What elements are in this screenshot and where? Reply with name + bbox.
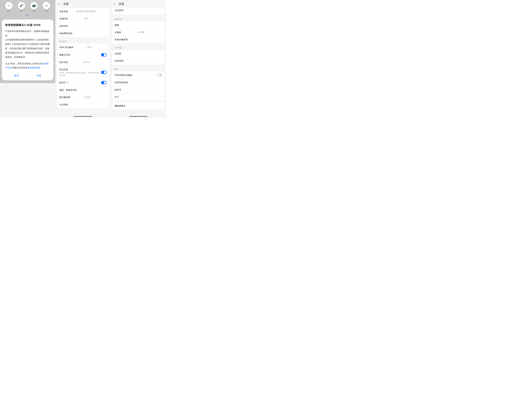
row-space[interactable]: 所属空间 客厅 › xyxy=(57,15,109,22)
chevron-right-icon: › xyxy=(106,96,107,99)
chevron-right-icon: › xyxy=(106,61,107,63)
video-icon: 📹 xyxy=(30,2,38,9)
chevron-right-icon: › xyxy=(106,10,107,13)
tool-record[interactable]: 📹 录像 xyxy=(29,2,39,12)
indicator-toggle[interactable] xyxy=(101,81,107,84)
security-group: AI设置 › 共享管理 › xyxy=(112,50,165,64)
modal-actions: 取消 同意 xyxy=(5,72,50,78)
microphone-icon: 🎤 xyxy=(18,2,25,9)
tool-intercom[interactable]: 🎤 对讲 xyxy=(16,2,27,12)
chevron-right-icon: › xyxy=(106,25,107,27)
scissors-icon: ✂ xyxy=(5,2,13,9)
row-about[interactable]: 关于 › xyxy=(112,93,165,101)
quick-toolbar: ✂ 截屏 🎤 对讲 📹 录像 ⊕ 遥控 xyxy=(0,2,55,12)
device-options-group: HDR 逆光臻彩 关闭 › 摄像头开机 定时关机 未开启 › 自动升级 开启后，… xyxy=(57,44,109,108)
row-voice-control[interactable]: 语音控制说明 › xyxy=(112,79,165,86)
pager-indicator xyxy=(26,15,29,16)
screen-settings-1: ← 设置 设备名称 华为智选 海雀智能摄... › 所属空间 客厅 › 设备信息… xyxy=(55,0,111,118)
delete-group: 删除摄像头 › xyxy=(112,102,165,109)
row-network-info[interactable]: 设备网络信息 › xyxy=(57,30,109,37)
modal-body: 产品由华为和海雀联合设计，此服务由海雀提供。 1.您须授权我们收集和使用您个人信… xyxy=(5,29,50,59)
agree-button[interactable]: 同意 xyxy=(28,72,51,78)
chevron-right-icon: › xyxy=(161,52,162,55)
chevron-right-icon: › xyxy=(106,32,107,35)
row-gimbal-calibration[interactable]: 云台校准 › xyxy=(57,101,109,108)
cancel-button[interactable]: 取消 xyxy=(5,72,28,78)
screen-settings-2: ← 设置 云台校准 › 录制设置 相册 › 云服务 未开通 › 本地录像管理 › xyxy=(111,0,166,118)
chevron-right-icon: › xyxy=(106,103,107,106)
chevron-right-icon: › xyxy=(106,18,107,20)
home-indicator xyxy=(74,116,92,117)
row-picture-night-sound[interactable]: 画面、夜视及声音 › xyxy=(57,86,109,94)
row-device-name[interactable]: 设备名称 华为智选 海雀智能摄... › xyxy=(57,8,109,15)
device-info-group: 设备名称 华为智选 海雀智能摄... › 所属空间 客厅 › 设备信息 › 设备… xyxy=(57,8,109,37)
page-title: 设置 xyxy=(119,2,124,6)
chevron-right-icon: › xyxy=(161,24,162,26)
chevron-right-icon: › xyxy=(106,46,107,48)
chevron-right-icon: › xyxy=(161,38,162,41)
consent-modal: 海雀智能摄像头3 4K版 64GB 产品由华为和海雀联合设计，此服务由海雀提供。… xyxy=(2,19,53,80)
privacy-policy-link[interactable]: 海雀隐私政策 xyxy=(27,66,40,69)
tool-remote[interactable]: ⊕ 遥控 xyxy=(41,2,52,12)
row-cloud-service[interactable]: 云服务 未开通 › xyxy=(112,29,165,36)
page-title: 设置 xyxy=(63,2,69,6)
row-share-management[interactable]: 共享管理 › xyxy=(112,57,165,64)
modal-title: 海雀智能摄像头3 4K版 64GB xyxy=(5,23,50,27)
back-arrow-icon[interactable]: ← xyxy=(58,2,61,6)
back-arrow-icon[interactable]: ← xyxy=(113,2,116,6)
row-mobile-data-play: 手机流量自动播放 xyxy=(112,71,165,79)
section-record-settings: 录制设置 xyxy=(112,16,165,21)
row-manual[interactable]: 说明书 › xyxy=(112,86,165,93)
header: ← 设置 xyxy=(111,0,166,8)
chevron-right-icon: › xyxy=(161,60,162,62)
row-ai-settings[interactable]: AI设置 › xyxy=(112,50,165,57)
row-device-info[interactable]: 设备信息 › xyxy=(57,22,109,30)
partial-group: 云台校准 › xyxy=(112,7,165,15)
modal-footer-text: 点击"同意"，即表示您同意上述内容及海雀用户协议并确认您已阅读海雀隐私政策 xyxy=(5,62,50,70)
row-timer-off[interactable]: 定时关机 未开启 › xyxy=(57,59,109,66)
chevron-right-icon: › xyxy=(106,89,107,91)
row-float-window[interactable]: 悬浮窗权限 未开启 › xyxy=(57,94,109,101)
section-security-settings: 安全设置 xyxy=(112,45,165,50)
chevron-right-icon: › xyxy=(161,31,162,34)
home-indicator xyxy=(129,116,147,117)
camera-on-toggle[interactable] xyxy=(101,53,107,57)
info-icon[interactable]: i xyxy=(67,82,69,84)
chevron-right-icon: › xyxy=(161,9,162,12)
remote-icon: ⊕ xyxy=(43,2,50,9)
chevron-right-icon: › xyxy=(161,89,162,91)
row-indicator: 指示灯i xyxy=(57,79,109,86)
chevron-right-icon: › xyxy=(161,82,162,84)
auto-upgrade-toggle[interactable] xyxy=(101,71,107,74)
header: ← 设置 xyxy=(55,0,111,8)
screen-consent: ✂ 截屏 🎤 对讲 📹 录像 ⊕ 遥控 海雀智能摄像头3 4K版 64GB 产品… xyxy=(0,0,55,118)
chevron-right-icon: › xyxy=(161,105,162,107)
other-group: 手机流量自动播放 语音控制说明 › 说明书 › 关于 › xyxy=(112,71,165,101)
row-camera-on: 摄像头开机 xyxy=(57,51,109,59)
mobile-data-toggle[interactable] xyxy=(156,73,162,77)
record-group: 相册 › 云服务 未开通 › 本地录像管理 › xyxy=(112,21,165,43)
row-local-recording[interactable]: 本地录像管理 › xyxy=(112,36,165,43)
row-auto-upgrade: 自动升级 开启后，固件有新版本且设备空闲时，自动下载安装并重启设备 xyxy=(57,66,109,79)
row-album[interactable]: 相册 › xyxy=(112,21,165,29)
tool-screenshot[interactable]: ✂ 截屏 xyxy=(4,2,14,12)
section-other: 其他 xyxy=(112,66,165,71)
section-device-options: 设备选项 xyxy=(57,38,109,44)
row-gimbal-calibration[interactable]: 云台校准 › xyxy=(112,7,165,15)
chevron-right-icon: › xyxy=(161,96,162,98)
row-hdr[interactable]: HDR 逆光臻彩 关闭 › xyxy=(57,44,109,51)
row-delete-camera[interactable]: 删除摄像头 › xyxy=(112,102,165,109)
